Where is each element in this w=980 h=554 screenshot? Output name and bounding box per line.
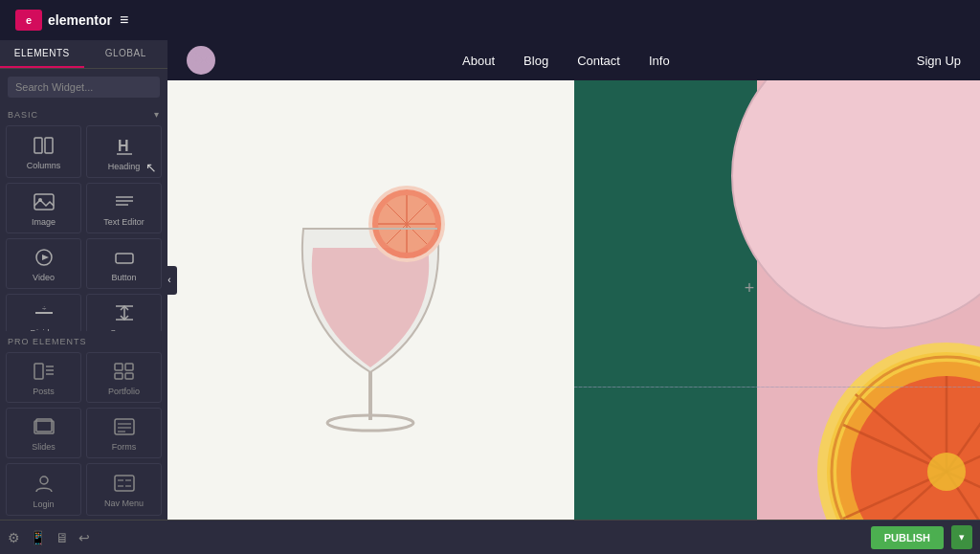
video-icon [33, 249, 55, 269]
svg-text:H: H [118, 138, 129, 154]
nav-link-about[interactable]: About [462, 54, 495, 68]
spacer-icon [114, 304, 135, 324]
canvas-area: About Blog Contact Info Sign Up [167, 40, 980, 520]
elementor-logo-text: elementor [48, 12, 112, 28]
search-bar [0, 69, 167, 105]
element-columns[interactable]: Columns [6, 125, 81, 178]
settings-icon[interactable]: ⚙ [8, 530, 20, 545]
slides-icon [33, 418, 55, 438]
nav-link-blog[interactable]: Blog [523, 54, 548, 68]
svg-rect-11 [116, 254, 133, 263]
tab-elements[interactable]: ELEMENTS [0, 40, 84, 68]
element-image[interactable]: Image [6, 183, 81, 233]
nav-link-contact[interactable]: Contact [577, 54, 620, 68]
element-video[interactable]: Video [6, 238, 81, 289]
canvas-plus-1: + [745, 278, 755, 299]
element-forms[interactable]: Forms [86, 408, 162, 458]
pro-section-label: PRO ELEMENTS [0, 331, 167, 348]
columns-icon [33, 137, 55, 157]
slides-label: Slides [32, 442, 56, 452]
image-label: Image [32, 217, 56, 227]
svg-rect-1 [45, 138, 53, 153]
svg-rect-25 [115, 364, 122, 370]
video-label: Video [33, 273, 55, 282]
grapefruit-svg [774, 319, 980, 520]
guide-line [574, 387, 981, 388]
element-button[interactable]: Button [86, 238, 162, 289]
elementor-logo-icon: e [15, 10, 42, 31]
publish-arrow-button[interactable]: ▾ [951, 525, 972, 549]
cursor-icon: ↖ [145, 160, 157, 175]
preview-nav-links: About Blog Contact Info [215, 54, 917, 68]
collapse-handle[interactable]: ‹ [162, 266, 177, 295]
posts-icon [33, 363, 55, 383]
posts-label: Posts [33, 387, 55, 396]
portfolio-label: Portfolio [108, 387, 140, 396]
heading-icon: H [114, 136, 135, 158]
svg-rect-21 [34, 364, 43, 379]
text-editor-label: Text Editor [103, 217, 145, 227]
main-layout: ELEMENTS GLOBAL BASIC ▾ Columns H [0, 40, 980, 520]
svg-point-42 [193, 61, 199, 67]
preview-nav: About Blog Contact Info Sign Up [167, 40, 980, 80]
canvas-left[interactable] [167, 80, 574, 520]
heading-label: Heading [108, 162, 141, 171]
svg-text:÷: ÷ [42, 304, 47, 313]
elementor-logo: e elementor [15, 10, 112, 31]
website-preview: About Blog Contact Info Sign Up [167, 40, 980, 520]
element-spacer[interactable]: Spacer [86, 294, 162, 331]
forms-icon [114, 418, 135, 438]
nav-menu-icon [114, 475, 135, 495]
svg-point-35 [40, 476, 48, 484]
desktop-icon[interactable]: 🖥 [56, 530, 69, 545]
hamburger-icon[interactable]: ≡ [120, 11, 128, 29]
top-bar: e elementor ≡ [0, 0, 980, 40]
element-slides[interactable]: Slides [6, 408, 81, 458]
svg-rect-27 [115, 373, 122, 379]
basic-elements-grid: Columns H Heading ↖ Image Te [0, 122, 167, 331]
login-icon [33, 474, 55, 496]
image-icon [33, 193, 55, 213]
publish-button[interactable]: PUBLISH [871, 526, 944, 549]
columns-label: Columns [27, 161, 61, 170]
portfolio-icon [114, 363, 135, 383]
canvas-right[interactable]: ⊞ + + [574, 80, 981, 520]
canvas-split: ⊞ + + [167, 80, 980, 520]
element-login[interactable]: Login [6, 463, 81, 516]
mobile-icon[interactable]: 📱 [30, 530, 46, 545]
svg-rect-31 [115, 419, 134, 434]
svg-rect-0 [34, 138, 42, 153]
forms-label: Forms [112, 442, 137, 452]
element-text-editor[interactable]: Text Editor [86, 183, 162, 233]
bottom-bar: ⚙ 📱 🖥 ↩ PUBLISH ▾ [0, 520, 980, 554]
svg-rect-26 [125, 364, 133, 370]
divider-icon: ÷ [33, 304, 55, 324]
button-icon [114, 249, 135, 269]
svg-marker-10 [42, 255, 49, 260]
chevron-icon: ▾ [154, 109, 160, 120]
svg-rect-28 [125, 373, 133, 379]
svg-point-41 [193, 54, 199, 59]
sidebar-tabs: ELEMENTS GLOBAL [0, 40, 167, 69]
element-heading[interactable]: H Heading ↖ [86, 125, 162, 178]
undo-icon[interactable]: ↩ [78, 530, 90, 545]
bottom-icons: ⚙ 📱 🖥 ↩ [8, 530, 863, 545]
nav-menu-label: Nav Menu [104, 499, 144, 508]
element-nav-menu[interactable]: Nav Menu [86, 463, 162, 516]
nav-signup[interactable]: Sign Up [917, 54, 961, 68]
green-bg [574, 80, 757, 520]
tab-global[interactable]: GLOBAL [84, 40, 168, 68]
cocktail-glass-svg [265, 152, 476, 449]
svg-point-58 [927, 453, 966, 491]
text-editor-icon [114, 193, 135, 213]
element-portfolio[interactable]: Portfolio [86, 352, 162, 403]
pro-elements-grid: Posts Portfolio Slides Forms [0, 348, 167, 520]
basic-section-label: BASIC ▾ [0, 105, 167, 122]
nav-link-info[interactable]: Info [649, 54, 670, 68]
preview-logo [187, 46, 215, 75]
sidebar: ELEMENTS GLOBAL BASIC ▾ Columns H [0, 40, 167, 520]
element-posts[interactable]: Posts [6, 352, 81, 403]
svg-rect-36 [115, 476, 134, 491]
element-divider[interactable]: ÷ Divider [6, 294, 81, 331]
search-input[interactable] [8, 77, 160, 98]
